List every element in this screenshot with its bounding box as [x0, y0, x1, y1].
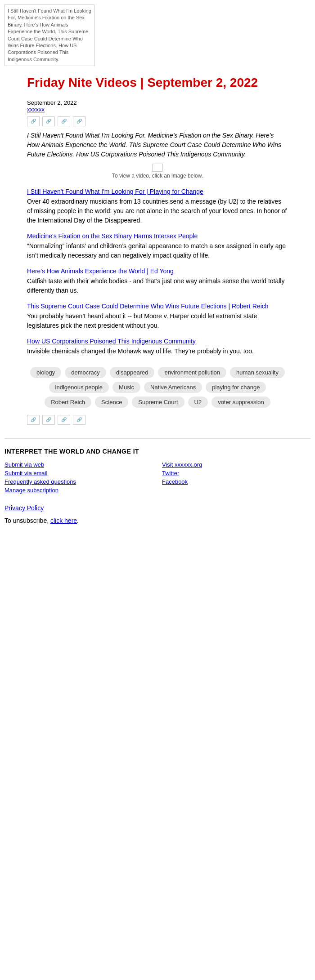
intro-text: I Still Haven't Found What I'm Looking F…	[27, 131, 288, 159]
divider	[4, 438, 310, 439]
unsubscribe-link[interactable]: click here	[50, 517, 77, 524]
footer-link-manage-subscription[interactable]: Manage subscription	[4, 487, 153, 494]
username-link[interactable]: xxxxxx	[27, 106, 45, 113]
videos-list: I Still Haven't Found What I'm Looking F…	[4, 188, 310, 425]
share-icon-bottom-2[interactable]: 🔗	[42, 415, 55, 425]
tag-native-americans[interactable]: Native Americans	[144, 382, 202, 393]
share-icon-1[interactable]: 🔗	[27, 116, 40, 126]
view-video-section: To view a video, click an image below.	[27, 164, 288, 179]
top-image-caption: I Still Haven't Found What I'm Looking F…	[8, 8, 91, 63]
video-title-link-4[interactable]: This Supreme Court Case Could Determine …	[27, 303, 288, 310]
footer-left-col: Submit via web Submit via email Frequent…	[4, 461, 153, 495]
video-entry-5: How US Corporations Poisoned This Indige…	[27, 338, 288, 356]
unsubscribe-section: To unsubscribe, click here.	[4, 517, 310, 524]
tag-supreme-court[interactable]: Supreme Court	[132, 396, 184, 408]
share-icon-1-glyph: 🔗	[31, 119, 36, 124]
footer-link-twitter[interactable]: Twitter	[162, 470, 310, 477]
share-icon-bottom-4-glyph: 🔗	[76, 417, 82, 422]
video-description-2: “Normalizing” infants’ and children’s ge…	[27, 241, 288, 260]
share-icon-2-glyph: 🔗	[46, 119, 51, 124]
page-title: Friday Nite Videos | September 2, 2022	[27, 71, 288, 95]
video-entry-1: I Still Haven't Found What I'm Looking F…	[27, 188, 288, 225]
tag-human-sexuality[interactable]: human sexuality	[230, 367, 285, 378]
share-icons-bottom: 🔗 🔗 🔗 🔗	[27, 415, 288, 425]
tag-playing-for-change[interactable]: playing for change	[206, 382, 266, 393]
view-video-icon	[152, 164, 163, 172]
footer-link-faq[interactable]: Frequently asked questions	[4, 478, 153, 485]
unsubscribe-text: To unsubscribe,	[4, 517, 50, 524]
video-entry-4: This Supreme Court Case Could Determine …	[27, 303, 288, 330]
footer-right-col: Visit xxxxxx.org Twitter Facebook	[162, 461, 310, 495]
view-video-label: To view a video, click an image below.	[112, 173, 203, 179]
tag-robert-reich[interactable]: Robert Reich	[45, 396, 91, 408]
footer-columns: Submit via web Submit via email Frequent…	[4, 461, 310, 495]
tag-voter-suppression[interactable]: voter suppression	[212, 396, 270, 408]
video-description-1: Over 40 extraordinary musicians from 13 …	[27, 197, 288, 225]
video-description-4: You probably haven’t heard about it -- b…	[27, 312, 288, 330]
video-entry-2: Medicine's Fixation on the Sex Binary Ha…	[27, 232, 288, 260]
share-icon-bottom-1[interactable]: 🔗	[27, 415, 40, 425]
share-icon-3[interactable]: 🔗	[58, 116, 70, 126]
share-icon-3-glyph: 🔗	[61, 119, 67, 124]
share-icon-2[interactable]: 🔗	[42, 116, 55, 126]
video-description-5: Invisible chemicals changed the Mohawk w…	[27, 347, 288, 356]
tag-u2[interactable]: U2	[188, 396, 208, 408]
video-title-link-5[interactable]: How US Corporations Poisoned This Indige…	[27, 338, 288, 345]
share-icon-4-glyph: 🔗	[76, 119, 82, 124]
share-icon-bottom-3-glyph: 🔗	[61, 417, 67, 422]
footer-link-visit-site[interactable]: Visit xxxxxx.org	[162, 461, 310, 468]
tags-section: biology democracy disappeared environmen…	[27, 367, 288, 408]
share-icon-bottom-2-glyph: 🔗	[46, 417, 51, 422]
tag-disappeared[interactable]: disappeared	[110, 367, 155, 378]
video-description-3: Catfish taste with their whole bodies - …	[27, 276, 288, 295]
unsubscribe-period: .	[77, 517, 79, 524]
footer-link-submit-email[interactable]: Submit via email	[4, 470, 153, 477]
share-icon-bottom-4[interactable]: 🔗	[73, 415, 86, 425]
footer-link-submit-web[interactable]: Submit via web	[4, 461, 153, 468]
video-title-link-2[interactable]: Medicine's Fixation on the Sex Binary Ha…	[27, 232, 288, 240]
video-title-link-1[interactable]: I Still Haven't Found What I'm Looking F…	[27, 188, 288, 195]
footer-section: INTERPRET THE WORLD AND CHANGE IT Submit…	[4, 448, 310, 524]
tag-indigenous-people[interactable]: indigenous people	[49, 382, 109, 393]
video-entry-3: Here's How Animals Experience the World …	[27, 267, 288, 295]
tag-science[interactable]: Science	[95, 396, 128, 408]
tag-democracy[interactable]: democracy	[65, 367, 106, 378]
tag-music[interactable]: Music	[112, 382, 140, 393]
top-thumbnail: I Still Haven't Found What I'm Looking F…	[4, 4, 94, 66]
tag-environment-pollution[interactable]: environment pollution	[158, 367, 226, 378]
share-icons-top: 🔗 🔗 🔗 🔗	[27, 116, 288, 126]
date-label: September 2, 2022	[27, 99, 288, 106]
footer-title: INTERPRET THE WORLD AND CHANGE IT	[4, 448, 310, 455]
privacy-section: Privacy Policy	[4, 504, 310, 512]
share-icon-4[interactable]: 🔗	[73, 116, 86, 126]
share-icon-bottom-1-glyph: 🔗	[31, 417, 36, 422]
video-title-link-3[interactable]: Here's How Animals Experience the World …	[27, 267, 288, 275]
footer-link-facebook[interactable]: Facebook	[162, 478, 310, 485]
privacy-policy-link[interactable]: Privacy Policy	[4, 504, 44, 512]
share-icon-bottom-3[interactable]: 🔗	[58, 415, 70, 425]
tag-biology[interactable]: biology	[30, 367, 61, 378]
